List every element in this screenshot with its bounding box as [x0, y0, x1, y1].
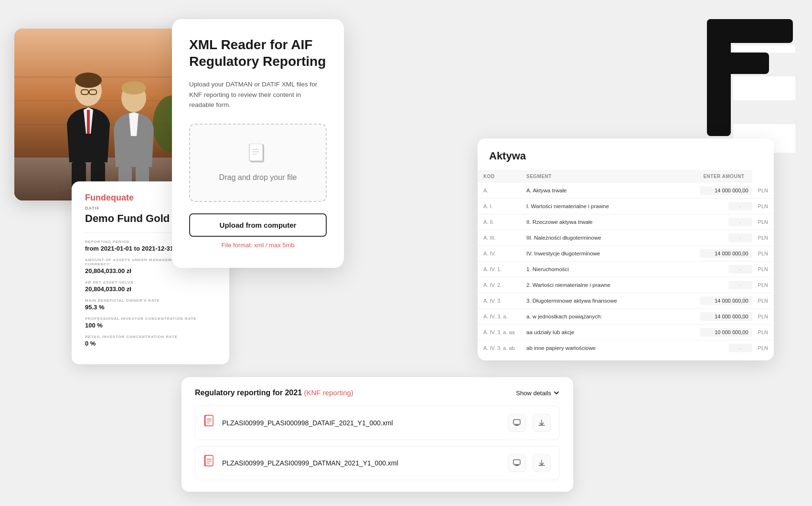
file-view-button[interactable] — [508, 414, 526, 432]
table-row: A. II.II. Rzeczowe aktywa trwałe-PLN — [478, 214, 774, 230]
col-segment: SEGMENT — [521, 170, 668, 183]
svg-rect-38 — [205, 455, 213, 466]
table-row: A. IV. 3.3. Długoterminowe aktywa finans… — [478, 293, 774, 309]
file-view-button[interactable] — [508, 454, 526, 472]
svg-point-23 — [121, 81, 146, 95]
svg-rect-16 — [87, 110, 90, 134]
cell-amount: 14 000 000,00 — [668, 246, 752, 262]
file-format-text: File format: xml / max 5mb — [189, 242, 327, 249]
file-upload-icon — [200, 144, 316, 169]
cell-currency: PLN — [752, 230, 774, 246]
col-kod: KOD — [478, 170, 521, 183]
file-name: PLZASI00999_PLASI000998_DATAIF_2021_Y1_0… — [222, 419, 501, 427]
svg-rect-3 — [707, 98, 731, 136]
cell-currency: PLN — [752, 277, 774, 293]
cell-amount: - — [668, 340, 752, 356]
cell-kod: A. IV. 1. — [478, 262, 521, 277]
cell-segment: A. Aktywa trwałe — [521, 183, 668, 199]
cell-amount: 14 000 000,00 — [668, 293, 752, 309]
cell-amount: 14 000 000,00 — [668, 309, 752, 325]
table-row: A. I.I. Wartości niematerialne i prawne-… — [478, 199, 774, 214]
decorative-logo — [678, 10, 812, 153]
col-amount: ENTER AMOUNT — [668, 170, 752, 183]
file-row: PLZASI00999_PLASI000998_DATAIF_2021_Y1_0… — [195, 406, 560, 440]
cell-currency: PLN — [752, 262, 774, 277]
cell-segment: 3. Długoterminowe aktywa finansowe — [521, 293, 668, 309]
cell-amount: - — [668, 199, 752, 214]
aktywa-card: Aktywa KOD SEGMENT ENTER AMOUNT A.A. Akt… — [478, 138, 774, 360]
cell-segment: a. w jednostkach powiązanych: — [521, 309, 668, 325]
file-download-button[interactable] — [533, 454, 551, 472]
drop-zone-text: Drag and drop your file — [200, 173, 316, 182]
table-row: A. IV. 3. a. abab inne papiery wartościo… — [478, 340, 774, 356]
cell-amount: 14 000 000,00 — [668, 183, 752, 199]
cell-kod: A. IV. 3. a. ab — [478, 340, 521, 356]
fund-mainbenef-value: 95.3 % — [85, 304, 216, 311]
cell-segment: 2. Wartości niematerialne i prawne — [521, 277, 668, 293]
table-row: A. III.III. Należności długoterminowe-PL… — [478, 230, 774, 246]
drop-zone[interactable]: Drag and drop your file — [189, 124, 327, 202]
table-row: A.A. Aktywa trwałe14 000 000,00PLN — [478, 183, 774, 199]
cell-amount: 10 000 000,00 — [668, 325, 752, 340]
cell-kod: A. IV. 3. a. aa — [478, 325, 521, 340]
file-download-button[interactable] — [533, 414, 551, 432]
svg-rect-32 — [205, 415, 213, 426]
cell-amount: - — [668, 230, 752, 246]
cell-currency: PLN — [752, 325, 774, 340]
svg-rect-36 — [513, 420, 520, 424]
fund-retailinv-value: 0 % — [85, 340, 216, 347]
cell-amount: - — [668, 214, 752, 230]
cell-amount: - — [668, 262, 752, 277]
cell-currency: PLN — [752, 309, 774, 325]
cell-kod: A. III. — [478, 230, 521, 246]
aktywa-title: Aktywa — [478, 150, 774, 170]
cell-currency: PLN — [752, 246, 774, 262]
fund-nav-field: AB NET ASSET VALUE 20,804,033.00 zł — [85, 280, 216, 293]
fund-nav-value: 20,804,033.00 zł — [85, 285, 216, 293]
cell-kod: A. II. — [478, 214, 521, 230]
cell-amount: - — [668, 277, 752, 293]
cell-kod: A. — [478, 183, 521, 199]
aktywa-table: KOD SEGMENT ENTER AMOUNT A.A. Aktywa trw… — [478, 170, 774, 356]
fund-profinv-value: 100 % — [85, 322, 216, 329]
fund-assets-value: 20,804,033.00 zł — [85, 267, 216, 274]
fund-retailinv-label: RETAIL INVESTOR CONCENTRATION RATE — [85, 335, 216, 339]
xml-file-icon — [204, 455, 215, 471]
svg-rect-42 — [513, 460, 520, 464]
fund-profinv-field: PROFESSIONAL INVESTOR CONCENTRATION RATE… — [85, 316, 216, 329]
cell-kod: A. IV. 2. — [478, 277, 521, 293]
upload-from-computer-button[interactable]: Upload from computer — [189, 213, 327, 237]
table-row: A. IV. 3. a. aaaa udziały lub akcje10 00… — [478, 325, 774, 340]
fund-nav-label: AB NET ASSET VALUE — [85, 280, 216, 285]
cell-currency: PLN — [752, 199, 774, 214]
cell-segment: 1. Nieruchomości — [521, 262, 668, 277]
show-details-button[interactable]: Show details — [516, 390, 560, 397]
regulatory-title: Regulatory reporting for 2021 (KNF repor… — [195, 389, 353, 397]
file-row: PLZASI00999_PLZASI00999_DATMAN_2021_Y1_0… — [195, 446, 560, 480]
cell-kod: A. I. — [478, 199, 521, 214]
cell-currency: PLN — [752, 214, 774, 230]
svg-rect-2 — [707, 53, 769, 74]
xml-reader-card: XML Reader for AIF Regulatory Reporting … — [172, 19, 344, 268]
svg-point-15 — [75, 73, 102, 88]
fund-mainbenef-label: MAIN BENEFICIAL OWNER'S RATE — [85, 298, 216, 303]
xml-reader-title: XML Reader for AIF Regulatory Reporting — [189, 36, 327, 70]
regulatory-card: Regulatory reporting for 2021 (KNF repor… — [182, 377, 573, 492]
svg-rect-5 — [733, 76, 795, 100]
cell-segment: aa udziały lub akcje — [521, 325, 668, 340]
table-row: A. IV.IV. Inwestycje długoterminowe14 00… — [478, 246, 774, 262]
xml-reader-subtitle: Upload your DATMAN or DATIF XML files fo… — [189, 79, 327, 110]
fund-retailinv-field: RETAIL INVESTOR CONCENTRATION RATE 0 % — [85, 335, 216, 347]
cell-segment: I. Wartości niematerialne i prawne — [521, 199, 668, 214]
table-row: A. IV. 3. a.a. w jednostkach powiązanych… — [478, 309, 774, 325]
cell-segment: III. Należności długoterminowe — [521, 230, 668, 246]
cell-segment: ab inne papiery wartościowe — [521, 340, 668, 356]
fund-logo: Fundequate — [85, 193, 134, 203]
cell-kod: A. IV. 3. a. — [478, 309, 521, 325]
cell-currency: PLN — [752, 340, 774, 356]
cell-kod: A. IV. — [478, 246, 521, 262]
svg-rect-4 — [733, 45, 795, 53]
table-row: A. IV. 2.2. Wartości niematerialne i pra… — [478, 277, 774, 293]
regulatory-badge: (KNF reporting) — [304, 389, 353, 397]
cell-segment: II. Rzeczowe aktywa trwałe — [521, 214, 668, 230]
